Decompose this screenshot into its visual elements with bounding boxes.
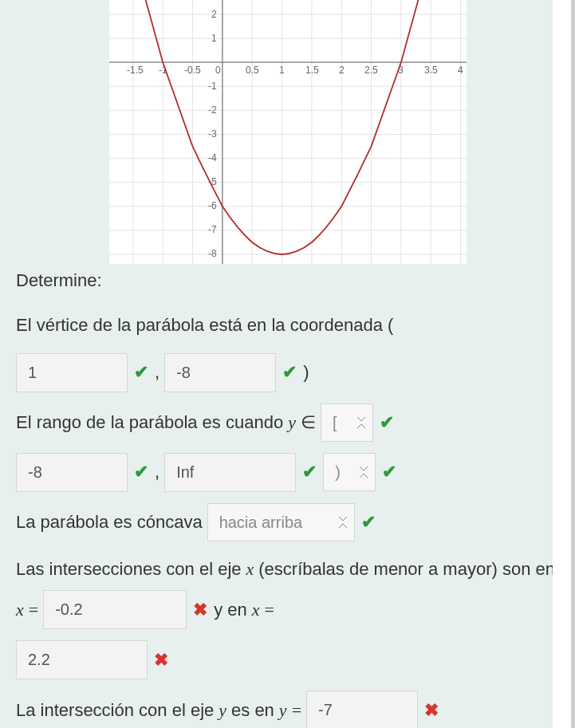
vertex-y-input[interactable] [164, 353, 276, 392]
y-eq: y [279, 694, 287, 727]
yint-row: La intersección con el eje y es en y = ✖ [16, 691, 559, 728]
xints-text-b: (escríbalas de menor a mayor) son en [258, 553, 555, 586]
svg-text:-3: -3 [208, 128, 217, 140]
cross-icon: ✖ [191, 593, 209, 627]
range-inputs: ✔ , ✔ ) ✔ [16, 453, 559, 492]
xint2-input[interactable] [16, 640, 148, 679]
question-body: Determine: El vértice de la parábola est… [0, 264, 575, 728]
svg-text:-6: -6 [208, 200, 217, 211]
svg-text:0.5: 0.5 [246, 65, 259, 76]
check-icon: ✔ [360, 506, 377, 539]
svg-text:1.5: 1.5 [305, 65, 319, 76]
chart-svg: -1.5 -1 -0.5 0 0.5 1 1.5 2 2.5 3 3.5 4 2… [109, 0, 467, 264]
concave-text: La parábola es cóncava [16, 506, 203, 539]
yint-text: La intersección con el eje [16, 694, 214, 727]
y-var: y [288, 406, 296, 439]
xint1-input[interactable] [43, 590, 187, 629]
vertex-inputs: ✔ , ✔ ) [16, 353, 559, 392]
check-icon: ✔ [301, 455, 318, 489]
range-high-input[interactable] [164, 453, 296, 492]
right-bracket-select[interactable]: ) [323, 453, 376, 491]
vertex-text: El vértice de la parábola está en la coo… [16, 309, 393, 342]
check-icon: ✔ [281, 356, 298, 389]
comma: , [155, 356, 160, 389]
x-var2: x [252, 593, 260, 627]
svg-text:1: 1 [211, 33, 217, 44]
comma: , [155, 455, 160, 489]
xint2-row: ✖ [16, 640, 559, 679]
check-icon: ✔ [132, 455, 150, 489]
xints-row: Las intersecciones con el eje x (escríba… [16, 553, 559, 630]
range-text: El rango de la parábola es cuando [16, 406, 283, 439]
x-eq: x [16, 593, 24, 627]
svg-text:0: 0 [215, 65, 221, 76]
yint-text2: es en [231, 694, 274, 727]
range-low-input[interactable] [16, 453, 128, 492]
cross-icon: ✖ [152, 643, 170, 677]
y-var2: y [219, 694, 226, 727]
element-of: ∈ [301, 406, 316, 439]
yint-input[interactable] [306, 691, 418, 728]
close-paren: ) [303, 356, 309, 389]
svg-text:4: 4 [458, 65, 463, 76]
concavity-row: La parábola es cóncava hacia arriba ✔ [16, 503, 559, 541]
svg-text:-0.5: -0.5 [184, 65, 201, 76]
xints-text-a: Las intersecciones con el eje [16, 553, 242, 586]
svg-text:1: 1 [279, 65, 285, 76]
determine-heading: Determine: [16, 264, 559, 297]
left-bracket-select[interactable]: [ [321, 403, 373, 442]
svg-text:2: 2 [211, 9, 217, 20]
svg-text:3.5: 3.5 [424, 65, 438, 76]
gridlines [109, 0, 467, 264]
check-icon: ✔ [380, 455, 398, 489]
svg-text:-4: -4 [208, 152, 217, 163]
scrollbar[interactable] [571, 0, 575, 728]
svg-text:-7: -7 [208, 224, 217, 235]
range-row: El rango de la parábola es cuando y ∈ [ … [16, 403, 559, 442]
x-var: x [246, 553, 254, 586]
y-and: y en [214, 593, 247, 627]
svg-text:-1: -1 [208, 81, 217, 92]
svg-text:2: 2 [339, 65, 345, 76]
parabola-chart: -1.5 -1 -0.5 0 0.5 1 1.5 2 2.5 3 3.5 4 2… [109, 0, 467, 264]
cross-icon: ✖ [423, 694, 440, 727]
check-icon: ✔ [132, 356, 150, 389]
svg-text:-8: -8 [208, 248, 217, 259]
check-icon: ✔ [378, 406, 396, 439]
vertex-x-input[interactable] [16, 353, 128, 392]
svg-text:2.5: 2.5 [364, 65, 378, 76]
svg-text:-2: -2 [208, 104, 217, 116]
svg-text:-1.5: -1.5 [127, 65, 144, 76]
concavity-select[interactable]: hacia arriba [207, 503, 355, 541]
vertex-row: El vértice de la parábola está en la coo… [16, 309, 559, 342]
